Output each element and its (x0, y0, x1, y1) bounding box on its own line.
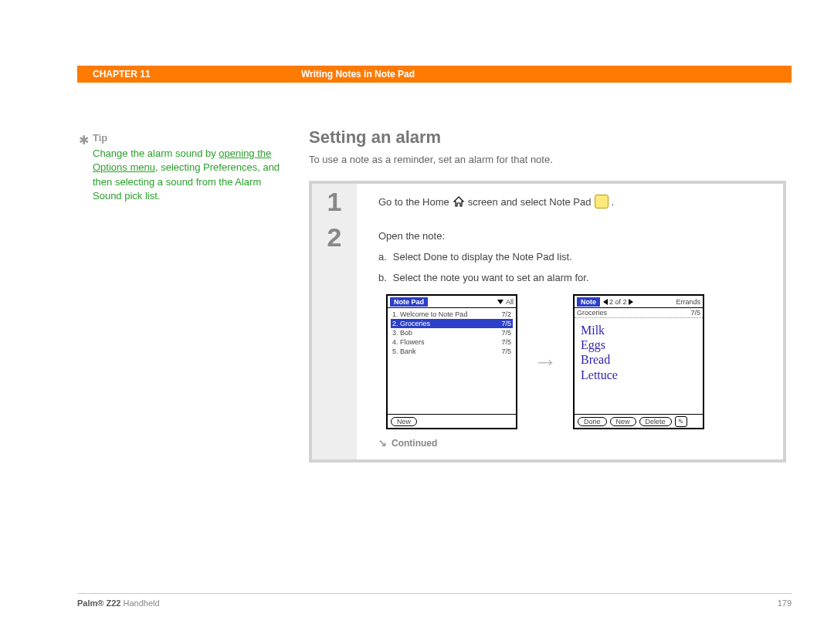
arrow-right-icon: → (533, 347, 558, 376)
notepad-titlebar: Note Pad All (388, 296, 516, 308)
step-2-body: Open the note: a. Select Done to display… (357, 219, 783, 459)
notepad-icon (595, 195, 609, 208)
step-number: 2 (312, 224, 357, 250)
notepad-bottom-bar: New (388, 414, 516, 428)
step-number-cell: 1 (312, 184, 357, 219)
note-name: Groceries (577, 309, 607, 317)
page-number: 179 (778, 598, 792, 608)
section-intro: To use a note as a reminder, set an alar… (309, 154, 786, 165)
section-title: Setting an alarm (309, 127, 786, 147)
tip-label: Tip (93, 131, 282, 145)
edit-icon[interactable]: ✎ (675, 416, 687, 427)
home-icon (453, 195, 465, 208)
note-bottom-bar: Done New Delete ✎ (575, 414, 703, 428)
continued-label: Continued (392, 438, 437, 449)
list-item[interactable]: 4. Flowers 7/5 (391, 337, 513, 347)
step2-open: Open the note: (378, 230, 771, 242)
handwriting-line: Eggs (581, 337, 697, 352)
model-name: Z22 (106, 598, 120, 608)
notepad-category-picker[interactable]: All (497, 298, 514, 306)
delete-button[interactable]: Delete (639, 417, 672, 426)
chapter-header: CHAPTER 11 Writing Notes in Note Pad (77, 66, 792, 83)
substep-a: a. Select Done to display the Note Pad l… (378, 251, 771, 263)
screenshots-row: Note Pad All 1. Welcome to Note Pad 7/2 (386, 294, 771, 429)
filter-label: All (506, 298, 514, 306)
note-titlebar: Note 2 of 2 Errands (575, 296, 703, 308)
tip-text: Change the alarm sound by opening the Op… (93, 147, 282, 203)
new-button[interactable]: New (391, 417, 417, 426)
substep-b: b. Select the note you want to set an al… (378, 272, 771, 283)
asterisk-icon: ✱ (79, 132, 89, 149)
chapter-label: CHAPTER 11 (77, 69, 301, 80)
note-handwriting: Milk Eggs Bread Lettuce (575, 318, 703, 414)
list-item[interactable]: 2. Groceries 7/5 (391, 319, 513, 328)
step-1-body: Go to the Home screen and select Note Pa… (357, 184, 783, 219)
step-number-cell: 2 (312, 219, 357, 459)
substep-text: Select Done to display the Note Pad list… (393, 251, 572, 263)
step-1: 1 Go to the Home screen and select Note … (312, 184, 783, 219)
note-counter: 2 of 2 (603, 298, 633, 306)
chevron-down-icon (497, 300, 503, 304)
handwriting-line: Lettuce (581, 368, 697, 382)
step1-text-2: screen and select Note Pad (468, 196, 592, 208)
list-item[interactable]: 3. Bob 7/5 (391, 328, 513, 337)
note-category[interactable]: Errands (676, 298, 700, 306)
tip-sidebar: ✱ Tip Change the alarm sound by opening … (93, 131, 282, 203)
substep-text: Select the note you want to set an alarm… (393, 272, 589, 283)
handwriting-line: Milk (581, 323, 697, 337)
brand-name: Palm® (77, 598, 103, 608)
note-name-row: Groceries 7/5 (575, 308, 703, 318)
step-2: 2 Open the note: a. Select Done to displ… (312, 219, 783, 459)
notepad-list: 1. Welcome to Note Pad 7/2 2. Groceries … (388, 308, 516, 414)
note-date: 7/5 (690, 309, 700, 317)
continued-row: ↘ Continued (378, 437, 771, 449)
brand-suffix: Handheld (124, 598, 160, 608)
step1-text-1: Go to the Home (378, 196, 449, 208)
handwriting-line: Bread (581, 352, 697, 367)
main-content: Setting an alarm To use a note as a remi… (309, 127, 786, 463)
steps-frame: 1 Go to the Home screen and select Note … (309, 181, 786, 463)
step1-text-3: . (612, 196, 615, 208)
list-item[interactable]: 1. Welcome to Note Pad 7/2 (391, 310, 513, 319)
continued-arrow-icon: ↘ (378, 437, 387, 449)
chevron-right-icon[interactable] (629, 299, 633, 305)
note-detail-screen: Note 2 of 2 Errands Groceries 7/5 (573, 294, 704, 429)
substep-letter: a. (378, 251, 387, 263)
page-footer: Palm® Z22 Handheld 179 (77, 593, 792, 608)
chevron-left-icon[interactable] (603, 299, 608, 305)
new-button[interactable]: New (610, 417, 636, 426)
done-button[interactable]: Done (578, 417, 607, 426)
note-title: Note (577, 297, 600, 307)
footer-brand: Palm® Z22 Handheld (77, 598, 160, 608)
list-item[interactable]: 5. Bank 7/5 (391, 347, 513, 356)
notepad-list-screen: Note Pad All 1. Welcome to Note Pad 7/2 (386, 294, 517, 429)
chapter-title: Writing Notes in Note Pad (301, 69, 792, 80)
step-number: 1 (312, 188, 357, 215)
tip-pre: Change the alarm sound by (93, 147, 219, 159)
notepad-title: Note Pad (390, 297, 428, 307)
substep-letter: b. (378, 272, 387, 283)
